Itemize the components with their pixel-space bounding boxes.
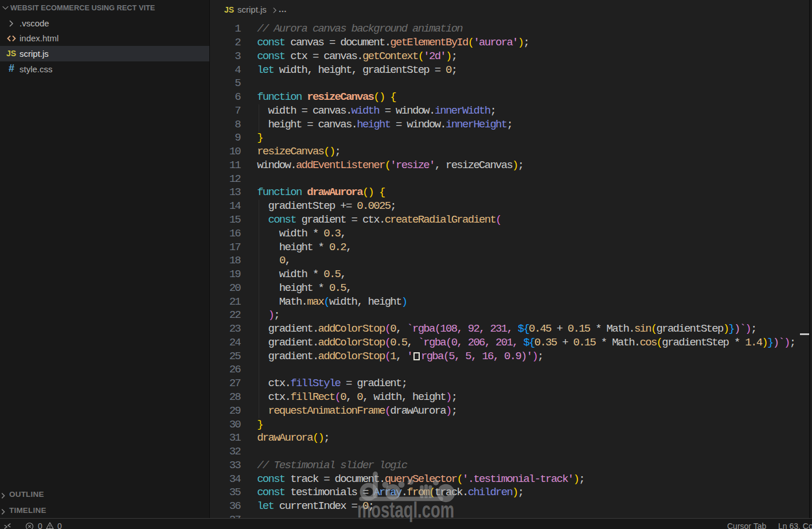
svg-text:mostaql.com: mostaql.com	[357, 498, 454, 522]
